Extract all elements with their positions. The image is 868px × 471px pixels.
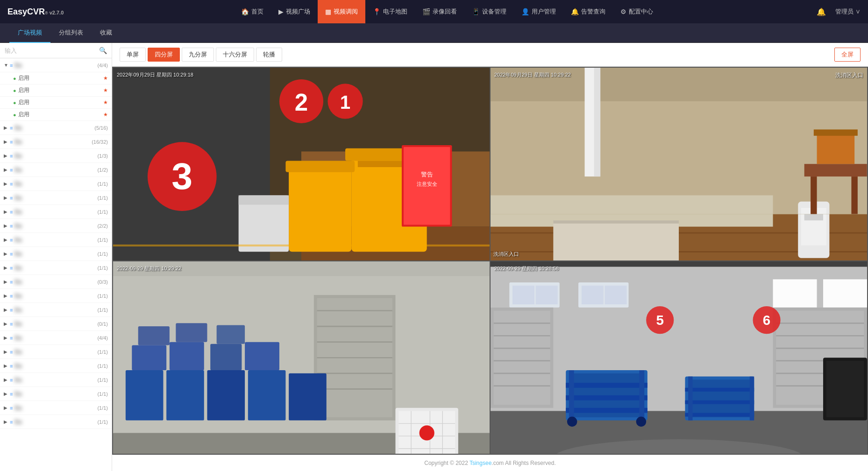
tree-group-6[interactable]: ▶ ≡ Ea (1/1) <box>0 191 112 205</box>
four-screen-btn[interactable]: 四分屏 <box>148 48 180 62</box>
tree-group-21[interactable]: ▶ ≡ Ea (1/1) <box>0 401 112 415</box>
tree-group-11[interactable]: ▶ ≡ Ea (1/1) <box>0 261 112 275</box>
nav-user-mgr[interactable]: 👤 用户管理 <box>514 0 563 23</box>
tree-group-3[interactable]: ▶ ≡ Ea (1/3) <box>0 149 112 163</box>
search-input[interactable] <box>5 47 99 54</box>
fullscreen-btn[interactable]: 全屏 <box>834 48 861 62</box>
tree-group-2[interactable]: ▶ ≡ Ea (16/32) <box>0 135 112 149</box>
tree-sub-3[interactable]: ● 启用 ★ <box>0 109 112 121</box>
tree-group-1[interactable]: ▶ ≡ Ea (5/16) <box>0 121 112 135</box>
tree-group-5[interactable]: ▶ ≡ Ea (1/1) <box>0 177 112 191</box>
alarm-icon: 🔔 <box>571 8 579 15</box>
nav-home[interactable]: 🏠 首页 <box>234 0 271 23</box>
tree-label: Ea <box>14 363 95 369</box>
arrow-icon: ▶ <box>4 321 8 326</box>
subnav-group-list[interactable]: 分组列表 <box>50 23 92 43</box>
tree-group-19[interactable]: ▶ ≡ Ea (1/1) <box>0 373 112 387</box>
svg-rect-122 <box>750 376 754 420</box>
tree-group-7[interactable]: ▶ ≡ Ea (1/1) <box>0 205 112 219</box>
tree-group-9[interactable]: ▶ ≡ Ea (1/1) <box>0 233 112 247</box>
arrow-icon: ▶ <box>4 265 8 270</box>
cam1-scene-svg: 3 2 1 警告 注意安全 <box>113 68 490 260</box>
nav-video-plaza[interactable]: ▶ 视频广场 <box>271 0 318 23</box>
search-icon[interactable]: 🔍 <box>99 47 107 54</box>
enabled-icon: ● <box>13 100 16 105</box>
nav-device-mgr[interactable]: 📱 设备管理 <box>464 0 514 23</box>
tree-label: Ea <box>14 209 95 215</box>
group-icon: ≡ <box>10 335 13 341</box>
tree-group-17[interactable]: ▶ ≡ Ea (1/1) <box>0 345 112 359</box>
tree-group-8[interactable]: ▶ ≡ Ea (2/2) <box>0 219 112 233</box>
tree-label: Ea <box>14 293 95 299</box>
tree-sub-2[interactable]: ● 启用 ★ <box>0 97 112 109</box>
top-nav: EasyCVR®v2.7.0 🏠 首页 ▶ 视频广场 ▦ 视频调阅 📍 电子地图… <box>0 0 868 23</box>
camera-cell-3[interactable]: 2022-09-29 星期四 10:29:22 <box>113 261 490 454</box>
tree-count: (1/1) <box>97 405 108 411</box>
svg-rect-9 <box>289 164 351 252</box>
camera-cell-1[interactable]: 3 2 1 警告 注意安全 2022年09月29日 星期四 10:29:18 <box>113 68 490 260</box>
sidebar-list: ▼ ≡ Ea (4/4) ● 启用 ★ ● 启用 ★ ● 启用 ★ ● <box>0 58 112 471</box>
svg-rect-64 <box>245 342 279 370</box>
cam2-label-topright: 洗消区入口 <box>835 71 863 79</box>
arrow-icon: ▶ <box>4 307 8 312</box>
svg-rect-124 <box>826 360 864 417</box>
tree-count: (1/1) <box>97 391 108 397</box>
svg-rect-42 <box>814 129 858 135</box>
arrow-icon: ▶ <box>4 195 8 200</box>
nav-video-monitor[interactable]: ▦ 视频调阅 <box>318 0 365 23</box>
tree-group-13[interactable]: ▶ ≡ Ea (1/1) <box>0 289 112 303</box>
main-layout: 🔍 ▼ ≡ Ea (4/4) ● 启用 ★ ● 启用 ★ ● 启用 <box>0 43 868 471</box>
svg-rect-87 <box>582 285 604 304</box>
tree-sub-1[interactable]: ● 启用 ★ <box>0 84 112 97</box>
cam3-scene-svg <box>113 261 490 454</box>
tree-group-22[interactable]: ▶ ≡ Ea (1/1) <box>0 415 112 429</box>
tree-count: (1/1) <box>97 419 108 425</box>
tree-label: Ea <box>14 195 95 201</box>
tree-label: Ea <box>14 139 90 145</box>
svg-rect-109 <box>566 382 647 387</box>
tree-count: (1/1) <box>97 377 108 383</box>
nav-emap[interactable]: 📍 电子地图 <box>365 0 415 23</box>
tree-sub-0[interactable]: ● 启用 ★ <box>0 72 112 84</box>
camera-cell-2[interactable]: 2022年09月29日 星期四 10:29:22 洗消区入口 洗消区入口 <box>491 68 867 260</box>
tree-group-14[interactable]: ▶ ≡ Ea (1/1) <box>0 303 112 317</box>
video-grid: 3 2 1 警告 注意安全 2022年09月29日 星期四 10:29:18 <box>112 67 868 455</box>
enabled-icon: ● <box>13 88 16 93</box>
arrow-icon: ▶ <box>4 279 8 284</box>
tree-group-16[interactable]: ▶ ≡ Ea (4/4) <box>0 331 112 345</box>
tree-label: Ea <box>14 153 95 159</box>
svg-rect-66 <box>176 323 207 342</box>
subnav-plaza-video[interactable]: 广场视频 <box>9 23 50 43</box>
svg-rect-31 <box>594 68 600 176</box>
camera-cell-4[interactable]: 5 6 2022-09-29 星期四 10:28:58 <box>491 261 867 454</box>
carousel-btn[interactable]: 轮播 <box>256 48 282 62</box>
video-area: 单屏 四分屏 九分屏 十六分屏 轮播 全屏 <box>112 43 868 471</box>
bell-button[interactable]: 🔔 <box>817 7 826 16</box>
nav-config[interactable]: ⚙ 配置中心 <box>613 0 661 23</box>
tree-group-18[interactable]: ▶ ≡ Ea (1/1) <box>0 359 112 373</box>
tree-group-0[interactable]: ▼ ≡ Ea (4/4) <box>0 58 112 72</box>
sub-label: 启用 <box>18 98 102 106</box>
tree-group-10[interactable]: ▶ ≡ Ea (1/1) <box>0 247 112 261</box>
sub-label: 启用 <box>18 111 102 119</box>
subnav-collect[interactable]: 收藏 <box>92 23 121 43</box>
group-icon: ≡ <box>10 377 13 383</box>
group-icon: ≡ <box>10 307 13 313</box>
tree-group-15[interactable]: ▶ ≡ Ea (0/1) <box>0 317 112 331</box>
group-icon: ≡ <box>10 419 13 425</box>
nav-playback[interactable]: 🎬 录像回看 <box>415 0 464 23</box>
tree-group-12[interactable]: ▶ ≡ Ea (0/3) <box>0 275 112 289</box>
tree-group-20[interactable]: ▶ ≡ Ea (1/1) <box>0 387 112 401</box>
user-icon: 👤 <box>521 8 529 15</box>
nine-screen-btn[interactable]: 九分屏 <box>182 48 214 62</box>
tree-group-4[interactable]: ▶ ≡ Ea (1/2) <box>0 163 112 177</box>
user-menu[interactable]: 管理员 ∨ <box>835 7 861 16</box>
svg-rect-61 <box>132 345 166 370</box>
nav-alarm[interactable]: 🔔 告警查询 <box>563 0 613 23</box>
single-screen-btn[interactable]: 单屏 <box>120 48 146 62</box>
sixteen-screen-btn[interactable]: 十六分屏 <box>216 48 254 62</box>
svg-rect-117 <box>688 380 751 417</box>
svg-point-76 <box>420 425 434 440</box>
svg-rect-119 <box>685 400 754 404</box>
svg-rect-85 <box>536 285 558 304</box>
